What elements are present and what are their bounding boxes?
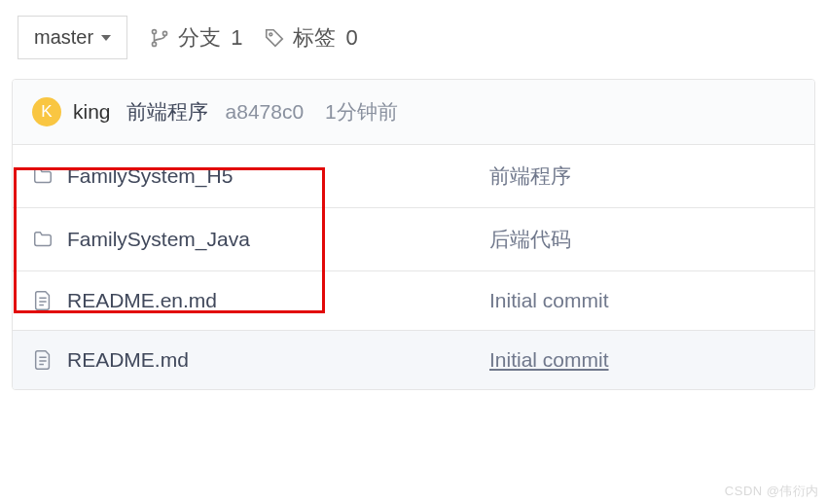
branches-count: 1 (231, 25, 242, 51)
file-row[interactable]: README.md Initial commit (13, 331, 814, 389)
file-row[interactable]: README.en.md Initial commit (13, 271, 814, 331)
file-row[interactable]: FamilySystem_H5 前端程序 (13, 145, 814, 208)
folder-icon (32, 229, 54, 250)
commit-hash[interactable]: a8478c0 (226, 100, 305, 124)
branch-icon (149, 27, 170, 49)
file-row[interactable]: FamilySystem_Java 后端代码 (13, 208, 814, 271)
svg-point-0 (153, 29, 157, 33)
file-panel: K king 前端程序 a8478c0 1分钟前 FamilySystem_H5… (12, 79, 815, 390)
file-commit-msg[interactable]: 后端代码 (489, 226, 795, 253)
file-commit-msg[interactable]: Initial commit (489, 289, 795, 312)
file-name[interactable]: README.md (67, 348, 189, 372)
svg-point-2 (163, 31, 167, 35)
branch-name: master (34, 26, 93, 49)
repo-toolbar: master 分支 1 标签 0 (12, 16, 815, 59)
tags-count: 0 (345, 25, 357, 51)
committer-name[interactable]: king (73, 100, 111, 124)
folder-icon (32, 165, 54, 187)
branch-selector-button[interactable]: master (18, 16, 127, 59)
file-text-icon (32, 290, 54, 311)
file-name[interactable]: README.en.md (67, 289, 217, 312)
file-commit-msg[interactable]: Initial commit (489, 348, 795, 372)
file-commit-msg[interactable]: 前端程序 (489, 162, 795, 190)
file-text-icon (32, 349, 54, 371)
watermark: CSDN @伟衍内 (725, 483, 819, 500)
commit-time: 1分钟前 (325, 98, 398, 126)
latest-commit-row: K king 前端程序 a8478c0 1分钟前 (13, 80, 814, 145)
branches-label: 分支 (178, 23, 221, 53)
caret-down-icon (101, 35, 111, 41)
svg-point-1 (153, 42, 157, 46)
tags-label: 标签 (293, 23, 336, 53)
tag-icon (264, 27, 285, 49)
avatar-initial: K (41, 102, 52, 122)
svg-point-3 (270, 32, 272, 35)
tags-link[interactable]: 标签 0 (264, 23, 357, 53)
commit-message[interactable]: 前端程序 (126, 98, 208, 126)
branches-link[interactable]: 分支 1 (149, 23, 242, 53)
file-name[interactable]: FamilySystem_Java (67, 228, 250, 251)
avatar: K (32, 97, 61, 126)
file-name[interactable]: FamilySystem_H5 (67, 164, 233, 188)
